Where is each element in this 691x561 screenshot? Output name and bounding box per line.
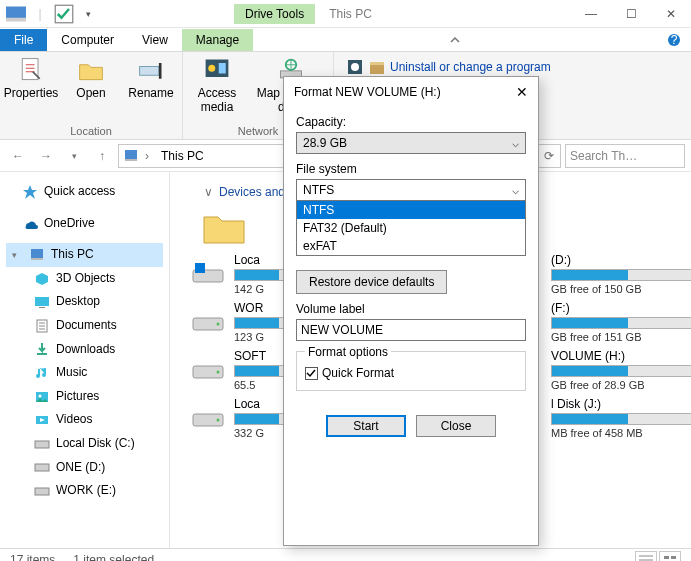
ribbon-group-label-location: Location <box>70 125 112 139</box>
qat-checkbox[interactable] <box>54 4 74 24</box>
svg-point-14 <box>351 63 359 71</box>
tab-file[interactable]: File <box>0 29 47 51</box>
filesystem-select[interactable]: NTFS⌵ <box>296 179 526 201</box>
volume-label-label: Volume label <box>296 302 526 316</box>
checkbox-checked-icon <box>305 367 318 380</box>
nav-one-d[interactable]: ONE (D:) <box>6 456 163 480</box>
maximize-button[interactable]: ☐ <box>611 0 651 28</box>
uninstall-label: Uninstall or change a program <box>390 60 551 74</box>
context-tab-drive-tools[interactable]: Drive Tools <box>234 4 315 24</box>
tab-view[interactable]: View <box>128 29 182 51</box>
status-selected: 1 item selected <box>73 553 154 562</box>
fs-option-ntfs[interactable]: NTFS <box>297 201 525 219</box>
rename-label: Rename <box>128 86 173 100</box>
format-options-legend: Format options <box>305 345 391 359</box>
chevron-down-icon: ∨ <box>204 185 219 199</box>
nav-history-icon[interactable]: ▾ <box>62 144 86 168</box>
close-window-button[interactable]: ✕ <box>651 0 691 28</box>
svg-rect-21 <box>35 297 49 306</box>
nav-3d-objects[interactable]: 3D Objects <box>6 267 163 291</box>
format-options-group: Format options Quick Format <box>296 351 526 391</box>
uninstall-link[interactable]: Uninstall or change a program <box>340 56 557 78</box>
capacity-select[interactable]: 28.9 GB⌵ <box>296 132 526 154</box>
fs-option-exfat[interactable]: exFAT <box>297 237 525 255</box>
nav-local-disk-c[interactable]: Local Disk (C:) <box>6 432 163 456</box>
close-button[interactable]: Close <box>416 415 496 437</box>
capacity-bar <box>551 365 691 377</box>
svg-rect-5 <box>22 59 38 80</box>
svg-point-25 <box>39 394 42 397</box>
volume-label-input[interactable] <box>296 319 526 341</box>
drive-right-sub: MB free of 458 MB <box>551 427 681 439</box>
svg-rect-16 <box>370 62 384 65</box>
nav-documents[interactable]: Documents <box>6 314 163 338</box>
format-dialog: Format NEW VOLUME (H:) ✕ Capacity: 28.9 … <box>283 76 539 546</box>
tab-manage[interactable]: Manage <box>182 29 253 51</box>
nav-pane: Quick access OneDrive ▾This PC 3D Object… <box>0 172 170 548</box>
start-button[interactable]: Start <box>326 415 406 437</box>
svg-rect-31 <box>195 263 205 273</box>
restore-defaults-button[interactable]: Restore device defaults <box>296 270 447 294</box>
pc-icon <box>123 148 139 164</box>
svg-rect-29 <box>35 488 49 495</box>
breadcrumb-thispc[interactable]: This PC <box>161 149 204 163</box>
properties-button[interactable]: Properties <box>6 56 56 100</box>
chevron-down-icon: ⌵ <box>512 183 519 197</box>
nav-desktop[interactable]: Desktop <box>6 290 163 314</box>
access-media-button[interactable]: Access media <box>189 56 245 114</box>
status-item-count: 17 items <box>10 553 55 562</box>
capacity-bar <box>551 317 691 329</box>
chevron-right-icon: › <box>145 149 155 163</box>
nav-this-pc[interactable]: ▾This PC <box>6 243 163 267</box>
minimize-button[interactable]: — <box>571 0 611 28</box>
dialog-close-icon[interactable]: ✕ <box>516 84 528 100</box>
svg-rect-7 <box>159 63 162 79</box>
help-icon[interactable]: ? <box>657 29 691 51</box>
view-large-button[interactable] <box>659 551 681 562</box>
nav-forward-button[interactable]: → <box>34 144 58 168</box>
nav-music[interactable]: Music <box>6 361 163 385</box>
chevron-down-icon: ⌵ <box>512 136 519 150</box>
nav-back-button[interactable]: ← <box>6 144 30 168</box>
refresh-button[interactable]: ⟳ <box>537 144 561 168</box>
properties-label: Properties <box>4 86 59 100</box>
qat-dropdown-icon[interactable]: ▾ <box>78 4 98 24</box>
nav-pictures[interactable]: Pictures <box>6 385 163 409</box>
svg-rect-22 <box>39 307 45 308</box>
drive-right-name: (D:) <box>551 253 681 267</box>
nav-quick-access[interactable]: Quick access <box>6 180 163 204</box>
rename-button[interactable]: Rename <box>126 56 176 100</box>
svg-rect-27 <box>35 441 49 448</box>
quick-format-checkbox[interactable]: Quick Format <box>305 366 517 380</box>
svg-rect-38 <box>664 556 669 559</box>
search-input[interactable]: Search Th… <box>565 144 685 168</box>
view-details-button[interactable] <box>635 551 657 562</box>
dialog-titlebar: Format NEW VOLUME (H:) ✕ <box>284 77 538 107</box>
filesystem-label: File system <box>296 162 526 176</box>
nav-downloads[interactable]: Downloads <box>6 338 163 362</box>
svg-rect-10 <box>219 63 226 74</box>
capacity-bar <box>551 413 691 425</box>
qat-sep: | <box>30 4 50 24</box>
nav-onedrive[interactable]: OneDrive <box>6 212 163 236</box>
svg-rect-15 <box>370 64 384 74</box>
ribbon-collapse-icon[interactable] <box>438 29 472 51</box>
drive-right-sub: GB free of 28.9 GB <box>551 379 681 391</box>
filesystem-dropdown: NTFS FAT32 (Default) exFAT <box>296 201 526 256</box>
chevron-down-icon: ▾ <box>12 247 23 263</box>
ribbon-tabs: File Computer View Manage ? <box>0 28 691 52</box>
quick-access-toolbar: | ▾ <box>0 4 104 24</box>
svg-rect-19 <box>31 249 43 258</box>
nav-videos[interactable]: Videos <box>6 408 163 432</box>
status-bar: 17 items 1 item selected <box>0 548 691 561</box>
tab-computer[interactable]: Computer <box>47 29 128 51</box>
svg-rect-28 <box>35 464 49 471</box>
fs-option-fat32[interactable]: FAT32 (Default) <box>297 219 525 237</box>
nav-up-button[interactable]: ↑ <box>90 144 114 168</box>
app-icon <box>6 4 26 24</box>
capacity-bar <box>551 269 691 281</box>
svg-rect-17 <box>125 150 137 159</box>
nav-work-e[interactable]: WORK (E:) <box>6 479 163 503</box>
svg-rect-39 <box>671 556 676 559</box>
open-button[interactable]: Open <box>66 56 116 100</box>
